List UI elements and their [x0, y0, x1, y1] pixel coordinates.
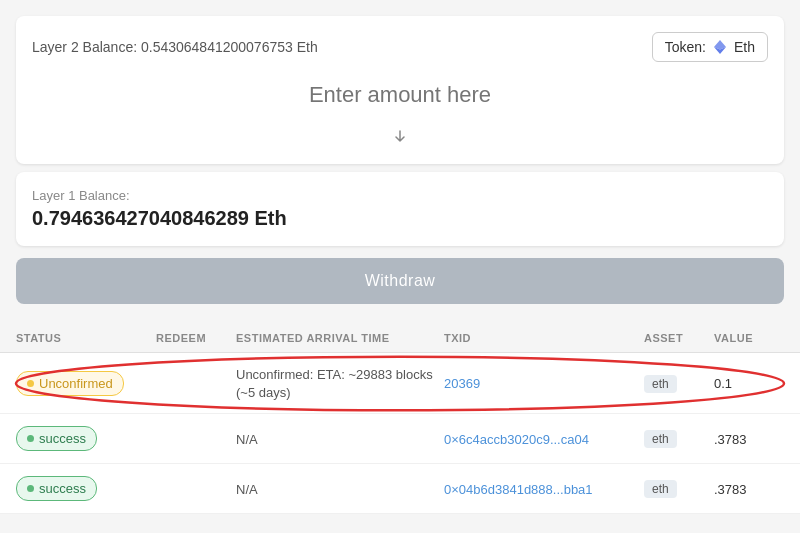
layer1-label: Layer 1 Balance: [32, 188, 768, 203]
eta-cell: Unconfirmed: ETA: ~29883 blocks (~5 days… [236, 365, 444, 401]
separator-arrow [32, 124, 768, 148]
eta-value-1: Unconfirmed: ETA: ~29883 blocks (~5 days… [236, 367, 433, 400]
status-text-success-1: success [39, 431, 86, 446]
status-text-success-2: success [39, 481, 86, 496]
amount-input[interactable] [32, 74, 768, 116]
header-redeem: REDEEM [156, 332, 236, 344]
table-row: success N/A 0×6c4accb3020c9...ca04 eth .… [0, 414, 800, 464]
value-cell-3: .3783 [714, 480, 784, 498]
balance-row: Layer 2 Balance: 0.543064841200076753 Et… [32, 32, 768, 62]
withdraw-btn-area: Withdraw [16, 258, 784, 304]
eta-cell-3: N/A [236, 480, 444, 498]
txid-link-1[interactable]: 20369 [444, 376, 480, 391]
asset-badge-1: eth [644, 375, 677, 393]
table-header: STATUS REDEEM ESTIMATED ARRIVAL TIME TXI… [0, 324, 800, 353]
eta-cell-2: N/A [236, 430, 444, 448]
status-badge-success-2: success [16, 476, 97, 501]
asset-cell: eth [644, 374, 714, 393]
status-text-unconfirmed: Unconfirmed [39, 376, 113, 391]
table-section: STATUS REDEEM ESTIMATED ARRIVAL TIME TXI… [0, 324, 800, 514]
txid-cell-3: 0×04b6d3841d888...bba1 [444, 480, 644, 498]
layer1-balance-value: 0.794636427040846289 Eth [32, 207, 768, 230]
value-1: 0.1 [714, 376, 732, 391]
eta-value-3: N/A [236, 482, 258, 497]
status-cell-3: success [16, 476, 156, 501]
txid-link-3[interactable]: 0×04b6d3841d888...bba1 [444, 482, 593, 497]
withdraw-button[interactable]: Withdraw [16, 258, 784, 304]
unconfirmed-row-wrapper: Unconfirmed Unconfirmed: ETA: ~29883 blo… [0, 353, 800, 414]
dot-green-1 [27, 435, 34, 442]
status-cell: Unconfirmed [16, 371, 156, 396]
asset-cell-3: eth [644, 479, 714, 498]
value-cell: 0.1 [714, 374, 784, 392]
value-3: .3783 [714, 482, 747, 497]
amount-input-area [32, 74, 768, 116]
header-value: VALUE [714, 332, 784, 344]
header-eta: ESTIMATED ARRIVAL TIME [236, 332, 444, 344]
asset-badge-2: eth [644, 430, 677, 448]
value-2: .3783 [714, 432, 747, 447]
eth-icon [712, 39, 728, 55]
asset-cell-2: eth [644, 429, 714, 448]
status-cell: success [16, 426, 156, 451]
table-row: success N/A 0×04b6d3841d888...bba1 eth .… [0, 464, 800, 514]
header-asset: ASSET [644, 332, 714, 344]
token-label: Token: [665, 39, 706, 55]
top-section: Layer 2 Balance: 0.543064841200076753 Et… [16, 16, 784, 164]
status-badge-success-1: success [16, 426, 97, 451]
layer2-balance: Layer 2 Balance: 0.543064841200076753 Et… [32, 39, 318, 55]
dot-green-2 [27, 485, 34, 492]
status-badge-unconfirmed: Unconfirmed [16, 371, 124, 396]
token-name: Eth [734, 39, 755, 55]
txid-link-2[interactable]: 0×6c4accb3020c9...ca04 [444, 432, 589, 447]
value-cell-2: .3783 [714, 430, 784, 448]
txid-cell-2: 0×6c4accb3020c9...ca04 [444, 430, 644, 448]
down-arrow-icon [392, 128, 408, 144]
txid-cell: 20369 [444, 374, 644, 392]
token-button[interactable]: Token: Eth [652, 32, 768, 62]
table-row: Unconfirmed Unconfirmed: ETA: ~29883 blo… [0, 353, 800, 414]
header-status: STATUS [16, 332, 156, 344]
eta-value-2: N/A [236, 432, 258, 447]
main-container: Layer 2 Balance: 0.543064841200076753 Et… [0, 16, 800, 533]
header-txid: TXID [444, 332, 644, 344]
dot-yellow [27, 380, 34, 387]
layer1-section: Layer 1 Balance: 0.794636427040846289 Et… [16, 172, 784, 246]
asset-badge-3: eth [644, 480, 677, 498]
